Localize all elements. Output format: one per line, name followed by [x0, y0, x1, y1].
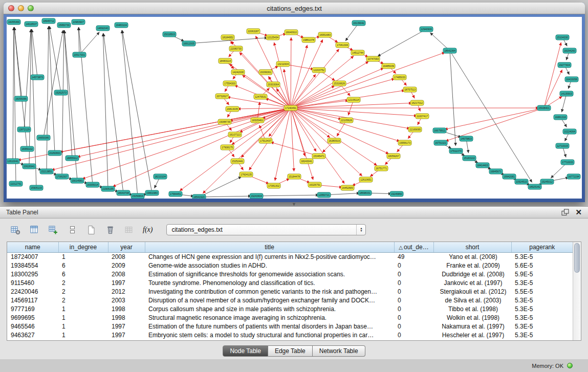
graph-node[interactable]: 10924510 [515, 179, 528, 184]
graph-node[interactable]: 18945712 [42, 18, 55, 24]
graph-node[interactable]: 10983907 [72, 19, 85, 25]
graph-node[interactable]: 16640910 [285, 30, 298, 35]
float-panel-icon[interactable] [561, 209, 569, 216]
graph-node[interactable]: 17485033 [393, 75, 406, 80]
graph-node[interactable]: 19942081 [503, 174, 516, 179]
column-header-title[interactable]: title [145, 242, 394, 252]
graph-node[interactable]: 16791321 [434, 140, 447, 145]
graph-node[interactable]: 14573873 [31, 75, 44, 80]
graph-node[interactable]: 18698331 [358, 190, 372, 195]
graph-node[interactable]: 15213851 [40, 169, 53, 174]
table-settings-icon[interactable] [8, 223, 23, 236]
graph-node[interactable]: 18184952 [221, 35, 234, 40]
column-header-in_degree[interactable]: in_degree [58, 242, 108, 252]
graph-node[interactable]: 17240491 [284, 105, 297, 111]
graph-node[interactable]: 16541920 [192, 194, 206, 199]
graph-node[interactable]: 12610651 [359, 177, 373, 182]
graph-node[interactable]: 18642364 [443, 48, 456, 53]
graph-node[interactable]: 22080730 [229, 46, 243, 51]
graph-node[interactable]: 15345471 [312, 154, 325, 159]
import-table-icon[interactable] [46, 223, 60, 236]
graph-node[interactable]: 19243404 [250, 193, 263, 199]
graph-node[interactable]: 14692043 [96, 26, 110, 31]
graph-node[interactable]: 17908175 [221, 145, 234, 150]
splitter-handle[interactable]: ▼ [0, 202, 588, 206]
table-row[interactable]: 946362711997Embryonic stem cells: a mode… [7, 331, 573, 340]
graph-node[interactable]: 20303064 [267, 82, 280, 87]
graph-node[interactable]: 18855912 [66, 156, 79, 161]
graph-node[interactable]: 15183102 [463, 156, 476, 161]
table-row[interactable]: 2242004622012Investigating the contribut… [7, 288, 573, 296]
graph-node[interactable]: 20099361 [259, 70, 272, 75]
graph-node[interactable]: 19262573 [54, 90, 68, 95]
columns-icon[interactable] [27, 223, 41, 236]
graph-node[interactable]: 17061306 [336, 42, 349, 48]
graph-node[interactable]: 12125434 [266, 35, 279, 40]
vertical-scrollbar[interactable] [573, 242, 581, 340]
graph-node[interactable]: 16217012 [410, 100, 424, 105]
graph-node[interactable]: 15104330 [556, 35, 569, 40]
graph-node[interactable]: 14512744 [351, 50, 364, 55]
graph-node[interactable]: 17081302 [267, 183, 280, 188]
table-row[interactable]: 1872400712008Changes of HCN gene express… [7, 252, 573, 261]
graph-node[interactable]: 22063287 [247, 29, 260, 34]
graph-node[interactable]: 16139042 [352, 20, 365, 26]
graph-node[interactable]: 12203752 [312, 68, 325, 73]
tab-node-table[interactable]: Node Table [223, 345, 268, 357]
graph-node[interactable]: 19277404 [558, 62, 571, 68]
graph-node[interactable]: 18925342 [528, 184, 541, 189]
graph-node[interactable]: 18483114 [219, 58, 232, 63]
tab-edge-table[interactable]: Edge Table [268, 345, 313, 357]
scrollbar-thumb[interactable] [574, 243, 580, 273]
graph-node[interactable]: 19956173 [398, 140, 411, 145]
column-header-year[interactable]: year [108, 242, 145, 252]
column-header-pagerank[interactable]: pagerank [511, 242, 573, 252]
graph-node[interactable]: 16452683 [341, 185, 354, 190]
tab-network-table[interactable]: Network Table [313, 345, 365, 357]
minimize-button[interactable] [18, 5, 24, 11]
graph-node[interactable]: 15056804 [131, 193, 144, 199]
graph-node[interactable]: 12610041 [7, 159, 19, 164]
column-header-name[interactable]: name [7, 242, 58, 252]
graph-node[interactable]: 18059267 [387, 154, 400, 159]
graph-node[interactable]: 16326791 [308, 182, 321, 187]
graph-node[interactable]: 16679911 [433, 128, 446, 133]
graph-node[interactable]: 17584451 [169, 191, 182, 196]
window-titlebar[interactable]: citations_edges.txt [4, 3, 585, 14]
close-panel-icon[interactable]: ✕ [575, 209, 582, 216]
graph-node[interactable]: 15938401 [537, 105, 551, 111]
graph-node[interactable]: 17604135 [239, 172, 253, 177]
graph-node[interactable]: 22169095 [408, 127, 422, 132]
table-row[interactable]: 1456911722003Disruption of a novel membe… [7, 296, 573, 305]
graph-node[interactable]: 16751771 [375, 166, 388, 171]
graph-node[interactable]: 12872129 [17, 127, 31, 132]
graph-node[interactable]: 15184478 [288, 174, 301, 179]
graph-node[interactable]: 16380919 [328, 138, 341, 143]
graph-node[interactable]: 19014581 [71, 178, 84, 183]
graph-node[interactable]: 12106114 [347, 97, 360, 102]
table-row[interactable]: 911546021997Tourette syndrome. Phenomeno… [7, 279, 573, 288]
table-row[interactable]: 946554611997Estimation of the future num… [7, 322, 573, 331]
graph-node[interactable]: 10224064 [563, 129, 576, 134]
graph-node[interactable]: 11007417 [416, 114, 429, 119]
graph-node[interactable]: 16305014 [86, 182, 99, 187]
graph-node[interactable]: 17081507 [55, 174, 69, 179]
graph-node[interactable]: 10747093 [366, 56, 380, 61]
graph-node[interactable]: 12475531 [254, 94, 267, 99]
function-builder-button[interactable]: f(x) [141, 226, 155, 234]
table-row[interactable]: 969969511998Structural magnetic resonanc… [7, 314, 573, 322]
column-header-out_degree[interactable]: △out_de… [394, 242, 433, 252]
graph-node[interactable]: 13211904 [276, 61, 290, 67]
graph-node[interactable]: 16433058 [565, 77, 578, 82]
graph-node[interactable]: 19801983 [145, 190, 159, 195]
column-header-short[interactable]: short [433, 242, 511, 252]
table-row[interactable]: 1938455462009Genome-wide association stu… [7, 261, 573, 270]
delete-table-icon[interactable] [103, 223, 117, 236]
graph-node[interactable]: 21905155 [101, 186, 115, 191]
graph-node[interactable]: 16845671 [489, 169, 503, 174]
network-canvas[interactable]: 1724049118184952220807301848311414242008… [7, 17, 582, 199]
graph-node[interactable]: 12710015 [556, 143, 569, 148]
graph-node[interactable]: 16772194 [567, 174, 580, 179]
merge-table-icon[interactable] [122, 223, 136, 236]
graph-node[interactable]: 16881316 [554, 115, 567, 120]
